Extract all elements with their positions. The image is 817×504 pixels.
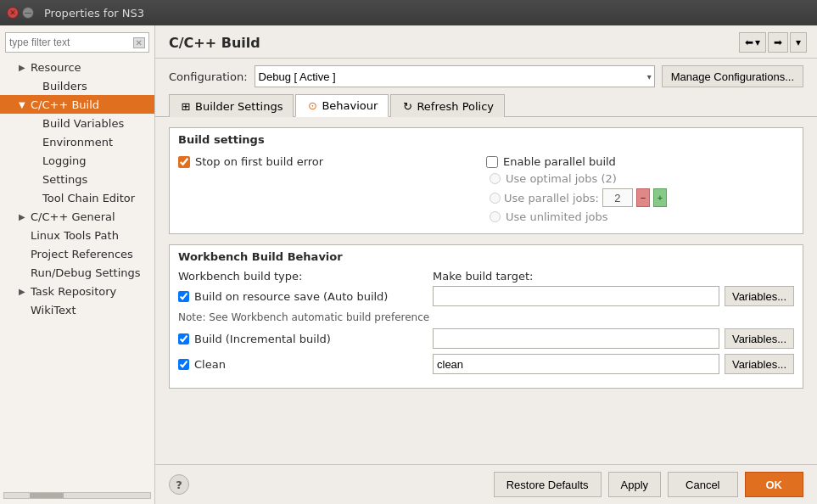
workbench-headers: Workbench build type: Make build target: [178, 270, 794, 283]
nav-buttons: ⬅ ▾ ➡ ▾ [739, 32, 807, 53]
sidebar-scrollbar[interactable] [3, 492, 151, 499]
build-settings-box: Build settings Stop on first build error… [169, 127, 803, 234]
sidebar-item-label: Tool Chain Editor [42, 192, 135, 204]
filter-input[interactable] [9, 36, 130, 48]
auto-build-label: Build on resource save (Auto build) [194, 290, 388, 303]
use-optimal-label: Use optimal jobs (2) [506, 172, 617, 185]
sidebar-item-tool-chain-editor[interactable]: Tool Chain Editor [0, 188, 154, 207]
nav-forward-button[interactable]: ➡ [768, 32, 788, 53]
panel: Build settings Stop on first build error… [155, 117, 817, 464]
sidebar-item-builders[interactable]: Builders [0, 76, 154, 95]
build-type-header: Workbench build type: [178, 270, 433, 283]
auto-build-row: Build on resource save (Auto build) Vari… [178, 286, 794, 306]
sidebar-item-label: Logging [42, 154, 87, 167]
tab-refresh-policy[interactable]: ↻ Refresh Policy [390, 94, 505, 117]
clean-checkbox-area: Clean [178, 358, 428, 371]
tab-label: Behaviour [322, 99, 378, 112]
nav-forward-icon: ➡ [774, 36, 782, 48]
settings-right-col: Enable parallel build Use optimal jobs (… [486, 153, 794, 225]
ok-button[interactable]: OK [745, 472, 804, 497]
use-parallel-radio[interactable] [490, 193, 501, 204]
configuration-select-wrapper: Debug [ Active ] Release ▾ [255, 65, 655, 87]
clean-label: Clean [194, 358, 226, 371]
sidebar-item-task-repository[interactable]: ▶ Task Repository [0, 282, 154, 300]
sidebar-item-label: C/C++ Build [31, 98, 99, 111]
content-area: C/C++ Build ⬅ ▾ ➡ ▾ Configuration: Debug… [155, 25, 817, 504]
parallel-jobs-decrease-button[interactable]: − [636, 188, 650, 207]
incremental-build-checkbox[interactable] [178, 333, 189, 344]
restore-defaults-button[interactable]: Restore Defaults [494, 472, 602, 497]
tab-builder-settings[interactable]: ⊞ Builder Settings [169, 94, 294, 117]
configuration-label: Configuration: [169, 70, 248, 83]
incremental-build-variables-button[interactable]: Variables... [725, 328, 794, 349]
bottom-right: Restore Defaults Apply Cancel OK [494, 472, 803, 497]
close-button[interactable]: ✕ [7, 7, 19, 19]
help-button[interactable]: ? [169, 474, 189, 495]
parallel-jobs-increase-button[interactable]: + [653, 188, 667, 207]
workbench-box: Workbench Build Behavior Workbench build… [169, 244, 803, 389]
tab-label: Builder Settings [195, 100, 283, 113]
auto-build-target-input[interactable] [433, 286, 719, 306]
minimize-button[interactable]: — [22, 7, 34, 19]
clean-variables-button[interactable]: Variables... [725, 354, 794, 374]
bottom-left: ? [169, 474, 189, 495]
sidebar-item-resource[interactable]: ▶ Resource [0, 58, 154, 76]
filter-box[interactable]: ✕ [5, 32, 149, 53]
tab-behaviour[interactable]: ⊙ Behaviour [295, 94, 389, 117]
use-optimal-radio[interactable] [490, 173, 501, 184]
use-parallel-row: Use parallel jobs: − + [486, 187, 794, 209]
window-title: Properties for NS3 [44, 7, 144, 20]
builder-settings-icon: ⊞ [180, 100, 192, 112]
configuration-select[interactable]: Debug [ Active ] Release [255, 65, 655, 87]
sidebar-item-environment[interactable]: Environment [0, 132, 154, 151]
manage-configurations-button[interactable]: Manage Configurations... [662, 65, 803, 87]
filter-clear-button[interactable]: ✕ [133, 37, 145, 48]
sidebar-item-label: C/C++ General [31, 210, 115, 223]
sidebar-item-label: Build Variables [42, 117, 124, 130]
nav-back-icon: ⬅ [745, 36, 753, 48]
nav-back-button[interactable]: ⬅ ▾ [739, 32, 766, 53]
incremental-build-target-input[interactable] [433, 328, 719, 349]
sidebar-item-project-references[interactable]: Project References [0, 244, 154, 263]
behaviour-icon: ⊙ [306, 100, 318, 112]
clean-target-input[interactable] [433, 354, 719, 374]
workbench-content: Workbench build type: Make build target:… [170, 266, 803, 388]
sidebar-item-logging[interactable]: Logging [0, 151, 154, 170]
nav-menu-button[interactable]: ▾ [790, 32, 807, 53]
sidebar-item-label: Builders [42, 80, 87, 92]
nav-menu-icon: ▾ [796, 36, 801, 48]
enable-parallel-checkbox[interactable] [486, 156, 498, 168]
clean-row: Clean Variables... [178, 354, 794, 374]
sidebar-item-build-variables[interactable]: Build Variables [0, 114, 154, 132]
incremental-checkbox-area: Build (Incremental build) [178, 333, 428, 345]
sidebar-item-cpp-build[interactable]: ▼ C/C++ Build [0, 95, 154, 114]
sidebar-item-run-debug-settings[interactable]: Run/Debug Settings [0, 263, 154, 282]
use-optimal-row: Use optimal jobs (2) [486, 171, 794, 187]
use-unlimited-radio[interactable] [490, 211, 501, 222]
auto-build-checkbox[interactable] [178, 291, 189, 302]
use-unlimited-row: Use unlimited jobs [486, 209, 794, 225]
enable-parallel-label: Enable parallel build [503, 155, 616, 168]
note-text: Note: See Workbench automatic build pref… [178, 311, 794, 323]
apply-button[interactable]: Apply [608, 472, 662, 497]
nav-dropdown-icon: ▾ [755, 36, 760, 48]
tree-arrow-icon: ▶ [19, 287, 31, 296]
sidebar-item-label: Linux Tools Path [31, 229, 119, 242]
content-header: C/C++ Build ⬅ ▾ ➡ ▾ [155, 25, 817, 59]
use-unlimited-label: Use unlimited jobs [506, 210, 607, 223]
sidebar-item-cpp-general[interactable]: ▶ C/C++ General [0, 207, 154, 226]
clean-checkbox[interactable] [178, 359, 189, 370]
sidebar-item-linux-tools-path[interactable]: Linux Tools Path [0, 226, 154, 244]
stop-on-error-checkbox[interactable] [178, 156, 190, 168]
configuration-row: Configuration: Debug [ Active ] Release … [155, 59, 817, 94]
scrollbar-thumb [30, 493, 64, 498]
cancel-button[interactable]: Cancel [668, 472, 737, 497]
auto-build-variables-button[interactable]: Variables... [725, 286, 794, 306]
refresh-icon: ↻ [401, 100, 413, 112]
sidebar-item-wikitext[interactable]: WikiText [0, 300, 154, 319]
settings-left-col: Stop on first build error [178, 153, 486, 225]
parallel-jobs-input[interactable] [602, 188, 633, 207]
sidebar: ✕ ▶ Resource Builders ▼ C/C++ Build Buil… [0, 25, 155, 504]
tree-arrow-icon: ▶ [19, 63, 31, 72]
sidebar-item-settings[interactable]: Settings [0, 170, 154, 188]
